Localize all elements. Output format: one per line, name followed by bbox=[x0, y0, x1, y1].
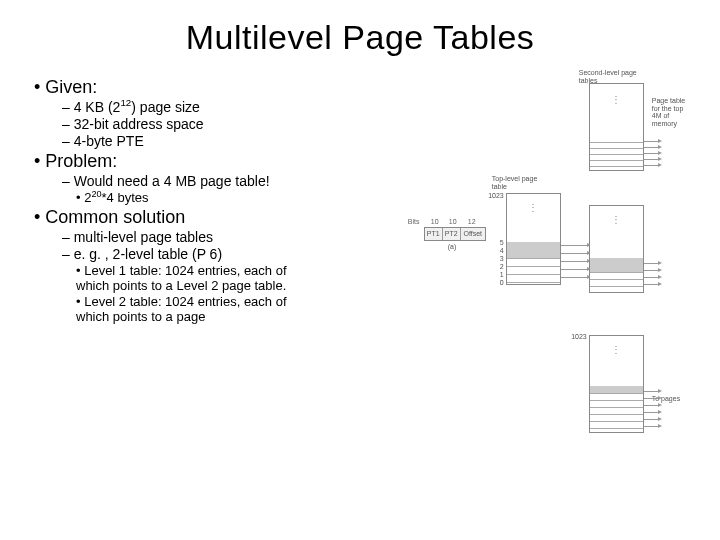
va-offset: Offset bbox=[461, 228, 485, 240]
arrow-icon bbox=[644, 270, 658, 271]
arrow-icon bbox=[644, 141, 658, 142]
arrow-icon bbox=[561, 261, 587, 262]
arrow-icon bbox=[644, 284, 658, 285]
virtual-address-box: PT1PT2Offset bbox=[424, 227, 486, 241]
arrow-icon bbox=[561, 253, 587, 254]
bits-12: 12 bbox=[468, 218, 476, 225]
arrow-icon bbox=[644, 426, 658, 427]
label-page-top4m: Page table for the top 4M of memory bbox=[652, 97, 692, 128]
given-item-1: 32-bit address space bbox=[62, 116, 414, 132]
va-pt2: PT2 bbox=[443, 228, 461, 240]
multilevel-diagram: Second-level page tables Top-level page … bbox=[414, 75, 696, 475]
arrow-icon bbox=[644, 159, 658, 160]
arrow-icon bbox=[644, 391, 658, 392]
arrow-icon bbox=[644, 153, 658, 154]
arrow-icon bbox=[561, 277, 587, 278]
problem-sublist: Would need a 4 MB page table! bbox=[34, 173, 414, 189]
va-pt1: PT1 bbox=[425, 228, 443, 240]
arrow-icon bbox=[644, 412, 658, 413]
dots-icon: ⋮ bbox=[590, 214, 643, 225]
dots-icon: ⋮ bbox=[590, 94, 643, 105]
diagram-column: Second-level page tables Top-level page … bbox=[414, 75, 696, 326]
idx-bot-1023: 1023 bbox=[567, 333, 587, 340]
arrow-icon bbox=[644, 405, 658, 406]
label-top-level: Top-level page table bbox=[492, 175, 542, 190]
bullet-solution-label: Common solution bbox=[45, 207, 185, 227]
arrow-icon bbox=[644, 165, 658, 166]
bullet-problem: Problem: Would need a 4 MB page table! 2… bbox=[34, 151, 414, 205]
given-sublist: 4 KB (212) page size 32-bit address spac… bbox=[34, 99, 414, 149]
bits-label: Bits bbox=[408, 218, 420, 225]
bullet-problem-label: Problem: bbox=[45, 151, 117, 171]
solution-item-0: multi-level page tables bbox=[62, 229, 414, 245]
arrow-icon bbox=[644, 419, 658, 420]
bullet-list-level1: Given: 4 KB (212) page size 32-bit addre… bbox=[24, 77, 414, 324]
arrow-icon bbox=[561, 269, 587, 270]
idx-2: 2 bbox=[494, 263, 504, 270]
problem-subsublist: 220*4 bytes bbox=[34, 190, 414, 205]
arrow-icon bbox=[644, 263, 658, 264]
given-item-2: 4-byte PTE bbox=[62, 133, 414, 149]
solution-item-1: e. g. , 2-level table (P 6) bbox=[62, 246, 414, 262]
problem-sub-0: 220*4 bytes bbox=[76, 190, 414, 205]
text-column: Given: 4 KB (212) page size 32-bit addre… bbox=[24, 75, 414, 326]
slide: Multilevel Page Tables Given: 4 KB (212)… bbox=[0, 0, 720, 540]
idx-0: 0 bbox=[494, 279, 504, 286]
table-second-top: ⋮ bbox=[589, 83, 644, 171]
page-title: Multilevel Page Tables bbox=[24, 18, 696, 57]
solution-sub-1: Level 2 table: 1024 entries, each of whi… bbox=[76, 294, 294, 324]
table-second-mid: ⋮ bbox=[589, 205, 644, 293]
idx-1: 1 bbox=[494, 271, 504, 278]
solution-subsublist: Level 1 table: 1024 entries, each of whi… bbox=[34, 263, 294, 324]
idx-1023: 1023 bbox=[484, 192, 504, 199]
dots-icon: ⋮ bbox=[507, 202, 560, 213]
solution-sub-0: Level 1 table: 1024 entries, each of whi… bbox=[76, 263, 294, 293]
given-item-0: 4 KB (212) page size bbox=[62, 99, 414, 115]
bullet-given-label: Given: bbox=[45, 77, 97, 97]
table-second-bot: ⋮ bbox=[589, 335, 644, 433]
problem-item-0: Would need a 4 MB page table! bbox=[62, 173, 414, 189]
idx-4: 4 bbox=[494, 247, 504, 254]
dots-icon: ⋮ bbox=[590, 344, 643, 355]
table-top-level: ⋮ bbox=[506, 193, 561, 285]
idx-5: 5 bbox=[494, 239, 504, 246]
arrow-icon bbox=[644, 398, 658, 399]
bits-10a: 10 bbox=[431, 218, 439, 225]
solution-sublist: multi-level page tables e. g. , 2-level … bbox=[34, 229, 414, 262]
bullet-solution: Common solution multi-level page tables … bbox=[34, 207, 414, 324]
bullet-given: Given: 4 KB (212) page size 32-bit addre… bbox=[34, 77, 414, 149]
content-row: Given: 4 KB (212) page size 32-bit addre… bbox=[24, 75, 696, 326]
label-a: (a) bbox=[448, 243, 457, 251]
arrow-icon bbox=[644, 277, 658, 278]
idx-3: 3 bbox=[494, 255, 504, 262]
arrow-icon bbox=[561, 245, 587, 246]
bits-10b: 10 bbox=[449, 218, 457, 225]
arrow-icon bbox=[644, 147, 658, 148]
